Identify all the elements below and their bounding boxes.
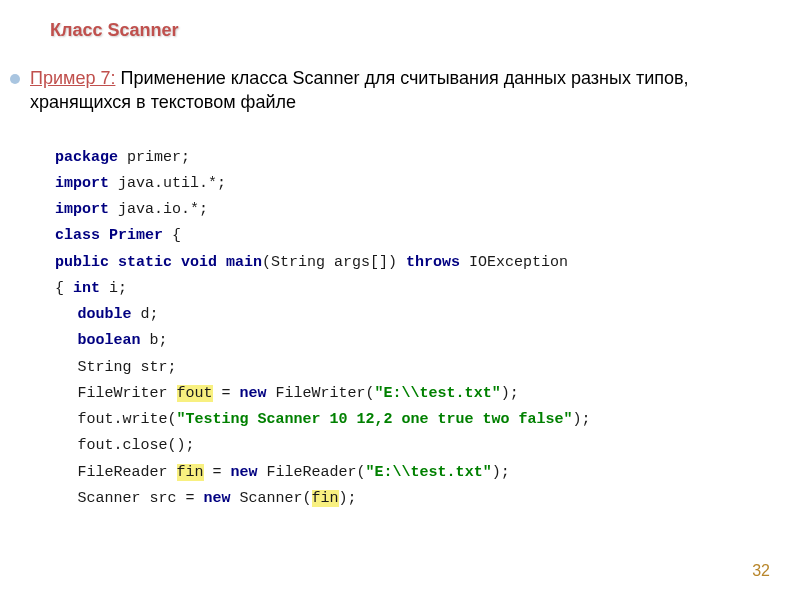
bullet-item: Пример 7: Применение класса Scanner для … (10, 66, 770, 115)
code-line: class Primer { (55, 223, 770, 249)
code-line: FileReader fin = new FileReader("E:\\tes… (55, 460, 770, 486)
section-title: Класс Scanner (50, 20, 760, 41)
bullet-icon (10, 74, 20, 84)
code-line: import java.util.*; (55, 171, 770, 197)
slide-container: Класс Scanner Пример 7: Применение класс… (0, 0, 800, 600)
code-line: package primer; (55, 145, 770, 171)
code-line: String str; (55, 355, 770, 381)
description-body: Применение класса Scanner для считывания… (30, 68, 689, 112)
code-line: { int i; (55, 276, 770, 302)
description-text: Пример 7: Применение класса Scanner для … (30, 66, 770, 115)
header: Класс Scanner (0, 20, 800, 51)
content: Пример 7: Применение класса Scanner для … (0, 51, 800, 512)
code-line: Scanner src = new Scanner(fin); (55, 486, 770, 512)
code-line: public static void main(String args[]) t… (55, 250, 770, 276)
code-line: import java.io.*; (55, 197, 770, 223)
code-line: fout.close(); (55, 433, 770, 459)
code-block: package primer; import java.util.*; impo… (55, 145, 770, 513)
page-number: 32 (752, 562, 770, 580)
code-line: fout.write("Testing Scanner 10 12,2 one … (55, 407, 770, 433)
code-line: double d; (55, 302, 770, 328)
example-label: Пример 7: (30, 68, 115, 88)
code-line: boolean b; (55, 328, 770, 354)
code-line: FileWriter fout = new FileWriter("E:\\te… (55, 381, 770, 407)
